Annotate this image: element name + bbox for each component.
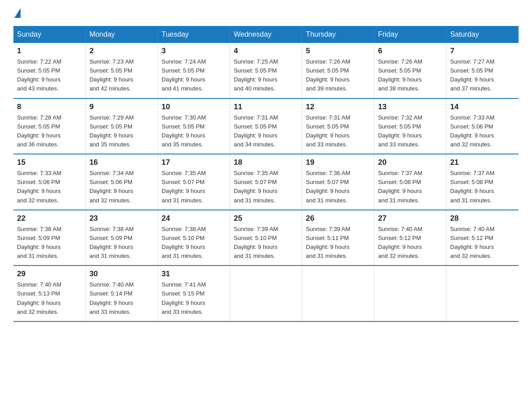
day-number: 16 [90, 158, 154, 167]
day-info: Sunrise: 7:33 AMSunset: 5:06 PMDaylight:… [450, 113, 515, 150]
day-number: 8 [17, 103, 82, 111]
calendar-cell: 7Sunrise: 7:27 AMSunset: 5:05 PMDaylight… [446, 43, 519, 98]
day-info: Sunrise: 7:35 AMSunset: 5:07 PMDaylight:… [234, 169, 298, 205]
calendar-cell: 3Sunrise: 7:24 AMSunset: 5:05 PMDaylight… [158, 43, 230, 98]
day-info: Sunrise: 7:27 AMSunset: 5:05 PMDaylight:… [450, 57, 515, 94]
day-number: 14 [450, 103, 515, 111]
day-number: 10 [162, 103, 226, 111]
day-number: 28 [450, 214, 515, 223]
day-info: Sunrise: 7:38 AMSunset: 5:09 PMDaylight:… [90, 225, 154, 261]
calendar-cell: 19Sunrise: 7:36 AMSunset: 5:07 PMDayligh… [302, 154, 374, 210]
calendar-cell [446, 265, 519, 321]
day-info: Sunrise: 7:26 AMSunset: 5:05 PMDaylight:… [378, 57, 442, 94]
day-number: 22 [17, 214, 82, 223]
day-info: Sunrise: 7:40 AMSunset: 5:14 PMDaylight:… [90, 280, 154, 317]
calendar-cell: 28Sunrise: 7:40 AMSunset: 5:12 PMDayligh… [446, 210, 519, 266]
day-number: 3 [162, 47, 226, 56]
day-number: 24 [162, 214, 226, 223]
day-info: Sunrise: 7:39 AMSunset: 5:10 PMDaylight:… [234, 225, 298, 261]
calendar-cell: 20Sunrise: 7:37 AMSunset: 5:08 PMDayligh… [374, 154, 446, 210]
day-info: Sunrise: 7:26 AMSunset: 5:05 PMDaylight:… [306, 57, 370, 94]
calendar-cell: 21Sunrise: 7:37 AMSunset: 5:08 PMDayligh… [446, 154, 519, 210]
day-number: 23 [90, 214, 154, 223]
calendar-week-row: 22Sunrise: 7:38 AMSunset: 5:09 PMDayligh… [13, 210, 519, 266]
calendar-cell [374, 265, 446, 321]
day-number: 26 [306, 214, 370, 223]
day-number: 5 [306, 47, 370, 56]
day-info: Sunrise: 7:40 AMSunset: 5:12 PMDaylight:… [378, 225, 442, 261]
calendar-week-row: 29Sunrise: 7:40 AMSunset: 5:13 PMDayligh… [13, 265, 519, 321]
day-info: Sunrise: 7:22 AMSunset: 5:05 PMDaylight:… [17, 57, 82, 94]
calendar-cell: 10Sunrise: 7:30 AMSunset: 5:05 PMDayligh… [158, 98, 230, 154]
calendar-cell: 31Sunrise: 7:41 AMSunset: 5:15 PMDayligh… [158, 265, 230, 321]
calendar-cell: 15Sunrise: 7:33 AMSunset: 5:06 PMDayligh… [13, 154, 86, 210]
day-number: 21 [450, 158, 515, 167]
day-info: Sunrise: 7:28 AMSunset: 5:05 PMDaylight:… [17, 113, 82, 150]
day-number: 4 [234, 47, 298, 56]
weekday-header-friday: Friday [374, 26, 446, 43]
calendar-cell: 1Sunrise: 7:22 AMSunset: 5:05 PMDaylight… [13, 43, 86, 98]
day-number: 6 [378, 47, 442, 56]
day-number: 12 [306, 103, 370, 111]
day-number: 17 [162, 158, 226, 167]
calendar-cell [230, 265, 302, 321]
day-info: Sunrise: 7:37 AMSunset: 5:08 PMDaylight:… [450, 169, 515, 205]
calendar-cell: 14Sunrise: 7:33 AMSunset: 5:06 PMDayligh… [446, 98, 519, 154]
calendar-cell: 11Sunrise: 7:31 AMSunset: 5:05 PMDayligh… [230, 98, 302, 154]
day-info: Sunrise: 7:40 AMSunset: 5:13 PMDaylight:… [17, 280, 82, 317]
day-info: Sunrise: 7:38 AMSunset: 5:09 PMDaylight:… [17, 225, 82, 261]
day-number: 29 [17, 270, 82, 278]
day-info: Sunrise: 7:33 AMSunset: 5:06 PMDaylight:… [17, 169, 82, 205]
calendar-cell: 27Sunrise: 7:40 AMSunset: 5:12 PMDayligh… [374, 210, 446, 266]
calendar-cell: 18Sunrise: 7:35 AMSunset: 5:07 PMDayligh… [230, 154, 302, 210]
weekday-header-wednesday: Wednesday [230, 26, 302, 43]
calendar-cell: 6Sunrise: 7:26 AMSunset: 5:05 PMDaylight… [374, 43, 446, 98]
day-info: Sunrise: 7:23 AMSunset: 5:05 PMDaylight:… [90, 57, 154, 94]
calendar-cell: 24Sunrise: 7:38 AMSunset: 5:10 PMDayligh… [158, 210, 230, 266]
calendar-cell: 8Sunrise: 7:28 AMSunset: 5:05 PMDaylight… [13, 98, 86, 154]
day-number: 20 [378, 158, 442, 167]
page-header [13, 9, 519, 17]
weekday-header-tuesday: Tuesday [158, 26, 230, 43]
calendar-table: SundayMondayTuesdayWednesdayThursdayFrid… [13, 26, 519, 322]
day-info: Sunrise: 7:29 AMSunset: 5:05 PMDaylight:… [90, 113, 154, 150]
day-info: Sunrise: 7:41 AMSunset: 5:15 PMDaylight:… [162, 280, 226, 317]
calendar-cell: 22Sunrise: 7:38 AMSunset: 5:09 PMDayligh… [13, 210, 86, 266]
calendar-cell: 13Sunrise: 7:32 AMSunset: 5:05 PMDayligh… [374, 98, 446, 154]
day-info: Sunrise: 7:32 AMSunset: 5:05 PMDaylight:… [378, 113, 442, 150]
calendar-cell: 5Sunrise: 7:26 AMSunset: 5:05 PMDaylight… [302, 43, 374, 98]
day-info: Sunrise: 7:36 AMSunset: 5:07 PMDaylight:… [306, 169, 370, 205]
day-number: 15 [17, 158, 82, 167]
calendar-cell: 9Sunrise: 7:29 AMSunset: 5:05 PMDaylight… [86, 98, 158, 154]
day-info: Sunrise: 7:40 AMSunset: 5:12 PMDaylight:… [450, 225, 515, 261]
day-number: 13 [378, 103, 442, 111]
day-info: Sunrise: 7:31 AMSunset: 5:05 PMDaylight:… [306, 113, 370, 150]
day-info: Sunrise: 7:24 AMSunset: 5:05 PMDaylight:… [162, 57, 226, 94]
day-number: 30 [90, 270, 154, 278]
day-number: 25 [234, 214, 298, 223]
weekday-header-monday: Monday [86, 26, 158, 43]
weekday-header-thursday: Thursday [302, 26, 374, 43]
logo-triangle-icon [14, 8, 21, 18]
day-number: 2 [90, 47, 154, 56]
calendar-cell: 26Sunrise: 7:39 AMSunset: 5:11 PMDayligh… [302, 210, 374, 266]
calendar-cell: 12Sunrise: 7:31 AMSunset: 5:05 PMDayligh… [302, 98, 374, 154]
day-info: Sunrise: 7:35 AMSunset: 5:07 PMDaylight:… [162, 169, 226, 205]
calendar-cell: 29Sunrise: 7:40 AMSunset: 5:13 PMDayligh… [13, 265, 86, 321]
day-number: 27 [378, 214, 442, 223]
day-number: 19 [306, 158, 370, 167]
day-number: 7 [450, 47, 515, 56]
calendar-cell: 23Sunrise: 7:38 AMSunset: 5:09 PMDayligh… [86, 210, 158, 266]
day-info: Sunrise: 7:34 AMSunset: 5:06 PMDaylight:… [90, 169, 154, 205]
calendar-cell: 25Sunrise: 7:39 AMSunset: 5:10 PMDayligh… [230, 210, 302, 266]
day-number: 9 [90, 103, 154, 111]
day-number: 1 [17, 47, 82, 56]
day-info: Sunrise: 7:37 AMSunset: 5:08 PMDaylight:… [378, 169, 442, 205]
day-info: Sunrise: 7:38 AMSunset: 5:10 PMDaylight:… [162, 225, 226, 261]
weekday-header-sunday: Sunday [13, 26, 86, 43]
weekday-header-saturday: Saturday [446, 26, 519, 43]
calendar-week-row: 8Sunrise: 7:28 AMSunset: 5:05 PMDaylight… [13, 98, 519, 154]
calendar-cell: 16Sunrise: 7:34 AMSunset: 5:06 PMDayligh… [86, 154, 158, 210]
calendar-cell: 17Sunrise: 7:35 AMSunset: 5:07 PMDayligh… [158, 154, 230, 210]
day-info: Sunrise: 7:39 AMSunset: 5:11 PMDaylight:… [306, 225, 370, 261]
